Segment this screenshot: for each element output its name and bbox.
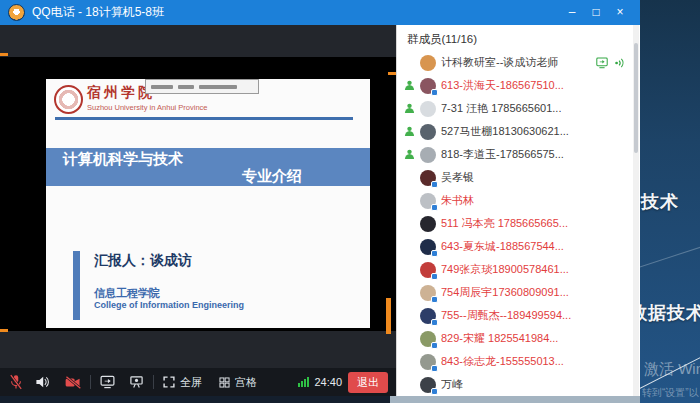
online-person-icon [404, 126, 415, 137]
speaking-icon [614, 57, 626, 69]
member-row[interactable]: 吴孝银 [397, 166, 640, 189]
member-row[interactable]: 755--周甄杰--189499594... [397, 304, 640, 327]
avatar-badge [431, 319, 438, 326]
taskbar-edge-light [390, 396, 640, 403]
member-row[interactable]: 818-李道玉-178566575... [397, 143, 640, 166]
avatar-badge [431, 204, 438, 211]
member-name: 643-夏东城-188567544... [441, 239, 564, 254]
activate-windows-watermark: 激活 Win [644, 360, 700, 379]
group-members-panel: 群成员(11/16) 计科教研室--谈成访老师 [396, 25, 640, 396]
desktop-diagonal-line-faint [632, 241, 700, 270]
member-row[interactable]: 527马世棚18130630621... [397, 120, 640, 143]
group-members-title: 群成员(11/16) [397, 25, 640, 51]
camera-muted-icon [64, 375, 82, 390]
avatar-badge [431, 250, 438, 257]
avatar-badge [431, 273, 438, 280]
avatar [420, 170, 436, 186]
member-row[interactable]: 843-徐志龙-155555013... [397, 350, 640, 373]
member-name: 万峰 [441, 377, 463, 392]
member-row[interactable]: 计科教研室--谈成访老师 [397, 51, 640, 74]
avatar-badge [431, 89, 438, 96]
grid-view-button[interactable]: 宫格 [218, 375, 257, 390]
member-name: 朱书林 [441, 193, 474, 208]
member-row[interactable]: 613-洪海天-186567510... [397, 74, 640, 97]
activate-windows-watermark-line2: 转到“设置”以 [642, 386, 699, 400]
slide-subtitle: 专业介绍 [242, 167, 302, 186]
floating-toolbar[interactable] [145, 79, 259, 94]
member-row[interactable]: 7-31 汪艳 1785665601... [397, 97, 640, 120]
member-name: 吴孝银 [441, 170, 474, 185]
minimize-button[interactable]: – [560, 0, 584, 25]
screen: 技术 数据技术 激活 Win 转到“设置”以 QQ电话 - 18计算机5-8班 … [0, 0, 700, 403]
microphone-muted-button[interactable] [8, 374, 24, 390]
slide-title-banner: 计算机科学与技术 专业介绍 [46, 148, 370, 186]
member-name: 511 冯本亮 1785665665... [441, 216, 568, 231]
member-name: 818-李道玉-178566575... [441, 147, 564, 162]
avatar-badge [431, 342, 438, 349]
slide-title: 计算机科学与技术 [63, 150, 183, 169]
avatar [420, 101, 436, 117]
call-timer: 24:40 [314, 376, 342, 388]
close-button[interactable]: × [608, 0, 632, 25]
avatar [420, 331, 436, 347]
titlebar[interactable]: QQ电话 - 18计算机5-8班 – □ × [0, 0, 640, 25]
avatar-badge [431, 296, 438, 303]
online-person-icon [404, 80, 415, 91]
share-border-dash [0, 53, 8, 56]
member-row[interactable]: 万峰 [397, 373, 640, 396]
member-row[interactable]: 643-夏东城-188567544... [397, 235, 640, 258]
fullscreen-button[interactable]: 全屏 [162, 375, 202, 390]
member-row[interactable]: 754周辰宇17360809091... [397, 281, 640, 304]
presenter-line: 汇报人：谈成访 [94, 252, 192, 270]
avatar-badge [431, 181, 438, 188]
share-border-dash [388, 72, 396, 75]
avatar [420, 354, 436, 370]
speaker-button[interactable] [34, 374, 50, 390]
avatar [420, 239, 436, 255]
toolbar-divider [90, 375, 91, 389]
avatar [420, 193, 436, 209]
avatar [420, 55, 436, 71]
avatar [420, 262, 436, 278]
member-name: 7-31 汪艳 1785665601... [441, 101, 561, 116]
projector-button[interactable] [128, 374, 145, 390]
department-cn: 信息工程学院 [94, 286, 160, 301]
department-en: College of Information Engineering [94, 300, 244, 310]
call-toolbar: 全屏 宫格 24:40 退出 [0, 368, 396, 396]
taskbar-edge-dark [0, 396, 390, 403]
camera-muted-button[interactable] [64, 375, 82, 390]
presenter-accent-bar [73, 251, 80, 320]
screen-share-view[interactable]: 宿州学院 Suzhou University in Anhui Province… [0, 25, 396, 396]
signal-strength-icon [298, 377, 309, 387]
maximize-button[interactable]: □ [584, 0, 608, 25]
member-row[interactable]: 749张京琰18900578461... [397, 258, 640, 281]
avatar [420, 147, 436, 163]
university-name-en: Suzhou University in Anhui Province [87, 103, 207, 112]
member-row[interactable]: 829-宋耀 1825541984... [397, 327, 640, 350]
window-title: QQ电话 - 18计算机5-8班 [32, 4, 164, 21]
speaker-icon [34, 374, 50, 390]
member-name: 计科教研室--谈成访老师 [441, 55, 558, 70]
slide-divider-rule [55, 117, 353, 120]
fullscreen-label: 全屏 [180, 375, 202, 390]
screen-share-button[interactable] [99, 374, 116, 390]
member-row[interactable]: 朱书林 [397, 189, 640, 212]
member-name: 829-宋耀 1825541984... [441, 331, 558, 346]
member-name: 754周辰宇17360809091... [441, 285, 569, 300]
scrollbar-thumb[interactable] [634, 43, 638, 153]
screen-share-icon [99, 374, 116, 390]
avatar [420, 377, 436, 393]
member-row[interactable]: 511 冯本亮 1785665665... [397, 212, 640, 235]
avatar [420, 78, 436, 94]
toolbar-divider [153, 375, 154, 389]
exit-button[interactable]: 退出 [348, 372, 388, 393]
member-name: 749张京琰18900578461... [441, 262, 569, 277]
avatar [420, 216, 436, 232]
member-name: 613-洪海天-186567510... [441, 78, 564, 93]
panel-scrollbar[interactable] [633, 25, 639, 396]
fullscreen-icon [162, 375, 176, 389]
microphone-muted-icon [8, 374, 24, 390]
member-name: 527马世棚18130630621... [441, 124, 569, 139]
avatar [420, 308, 436, 324]
online-person-icon [404, 103, 415, 114]
